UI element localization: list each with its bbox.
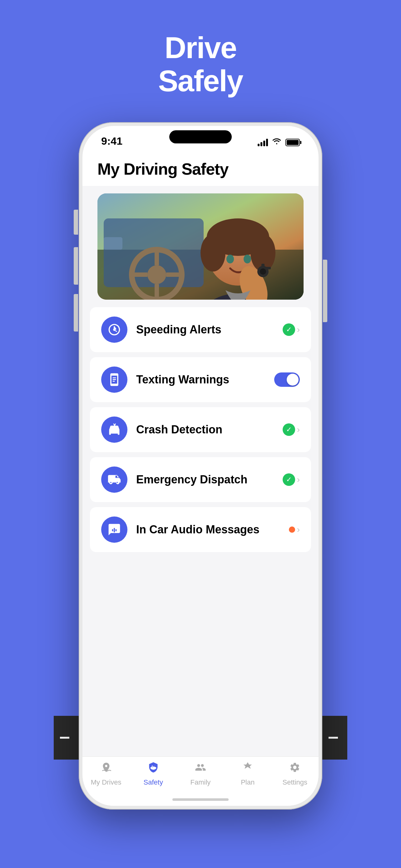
orange-dot-audio: [289, 526, 295, 533]
status-icons: [258, 137, 300, 147]
texting-warnings-status: [274, 372, 300, 387]
side-button-volume-up: [74, 247, 78, 285]
svg-point-21: [260, 269, 266, 275]
nav-item-plan[interactable]: Plan: [229, 762, 266, 786]
crash-icon-container: [101, 416, 127, 443]
signal-icon: [258, 139, 268, 146]
list-item-emergency-dispatch[interactable]: Emergency Dispatch ✓ ›: [90, 457, 311, 502]
phone-screen: 9:41: [82, 126, 319, 806]
svg-rect-32: [115, 529, 117, 531]
svg-point-13: [201, 234, 226, 272]
settings-icon: [289, 762, 300, 776]
phone-inner: 9:41: [82, 126, 319, 806]
plan-icon: [242, 762, 253, 776]
family-label: Family: [191, 778, 211, 786]
check-icon-speeding: ✓: [282, 323, 295, 336]
settings-label: Settings: [282, 778, 308, 786]
svg-point-16: [244, 255, 251, 264]
nav-item-family[interactable]: Family: [182, 762, 219, 786]
hero-image: [97, 193, 304, 300]
list-item-speeding-alerts[interactable]: Speeding Alerts ✓ ›: [90, 307, 311, 352]
check-icon-crash: ✓: [282, 423, 295, 436]
phone-mockup: 9:41: [79, 122, 322, 841]
texting-toggle[interactable]: [274, 372, 300, 387]
crash-icon: [107, 423, 121, 436]
speeding-alerts-status: ✓ ›: [282, 323, 300, 336]
battery-icon: [286, 139, 300, 146]
hero-content: [97, 193, 304, 300]
speeding-alerts-label: Speeding Alerts: [136, 323, 274, 336]
side-button-power: [323, 260, 327, 322]
chevron-speeding: ›: [297, 324, 300, 335]
ambulance-icon-container: [101, 466, 127, 493]
svg-rect-24: [113, 379, 116, 380]
svg-rect-30: [112, 529, 113, 531]
safety-icon: [148, 762, 159, 776]
ambulance-icon: [107, 473, 121, 487]
status-bar: 9:41: [82, 126, 319, 151]
phone-text-icon: [107, 373, 121, 386]
bottom-nav: My Drives Safety: [82, 756, 319, 796]
phone-shell: 9:41: [79, 122, 322, 810]
page-title: My Driving Safety: [97, 160, 304, 178]
audio-messages-status: ›: [289, 525, 300, 535]
svg-rect-25: [113, 381, 115, 382]
list-section: Speeding Alerts ✓ ›: [82, 307, 319, 756]
safety-label: Safety: [144, 778, 163, 786]
wifi-icon: [272, 137, 282, 147]
side-button-volume-down: [74, 294, 78, 332]
chevron-audio: ›: [297, 525, 300, 535]
speedometer-icon: [107, 323, 121, 337]
list-item-audio-messages[interactable]: In Car Audio Messages ›: [90, 507, 311, 552]
home-indicator: [82, 796, 319, 806]
svg-point-4: [147, 265, 166, 284]
list-item-texting-warnings[interactable]: Texting Warnings: [90, 357, 311, 402]
family-icon: [195, 762, 206, 776]
nav-item-my-drives[interactable]: My Drives: [88, 762, 125, 786]
emergency-dispatch-status: ✓ ›: [282, 473, 300, 486]
nav-item-safety[interactable]: Safety: [135, 762, 172, 786]
page-header: My Driving Safety: [82, 151, 319, 186]
audio-message-icon: [107, 523, 121, 536]
svg-rect-29: [111, 475, 112, 478]
texting-icon-container: [101, 367, 127, 393]
chevron-emergency: ›: [297, 475, 300, 485]
emergency-dispatch-label: Emergency Dispatch: [136, 473, 274, 486]
screen-content: My Driving Safety: [82, 151, 319, 806]
my-drives-icon: [101, 762, 112, 776]
texting-warnings-label: Texting Warnings: [136, 373, 265, 386]
side-button-mute: [74, 210, 78, 235]
headline: Drive Safely: [158, 31, 243, 97]
audio-messages-label: In Car Audio Messages: [136, 523, 280, 536]
my-drives-label: My Drives: [91, 778, 122, 786]
svg-rect-20: [265, 267, 271, 269]
chevron-crash: ›: [297, 425, 300, 435]
svg-point-15: [226, 255, 234, 264]
dynamic-island: [169, 130, 232, 144]
plan-label: Plan: [241, 778, 255, 786]
speeding-icon-container: [101, 316, 127, 343]
toggle-thumb: [287, 374, 299, 385]
hero-svg: [97, 193, 304, 300]
svg-rect-31: [114, 528, 115, 533]
home-bar: [172, 798, 229, 801]
audio-icon-container: [101, 517, 127, 543]
list-item-crash-detection[interactable]: Crash Detection ✓ ›: [90, 407, 311, 452]
crash-detection-status: ✓ ›: [282, 423, 300, 436]
svg-line-27: [114, 424, 115, 426]
svg-rect-23: [113, 377, 116, 378]
crash-detection-label: Crash Detection: [136, 423, 274, 436]
check-icon-emergency: ✓: [282, 473, 295, 486]
nav-item-settings[interactable]: Settings: [276, 762, 313, 786]
svg-rect-9: [104, 237, 123, 250]
